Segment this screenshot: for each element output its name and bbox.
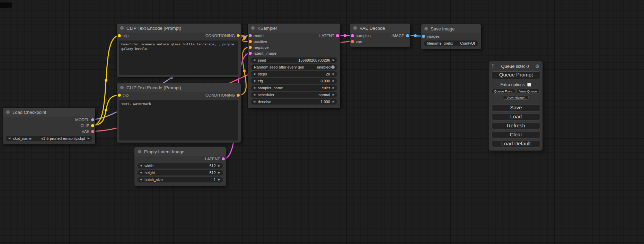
collapse-dot-icon[interactable] — [6, 110, 10, 114]
link-midpoint-dot — [243, 70, 246, 72]
input-socket-images[interactable] — [422, 35, 425, 38]
input-socket-clip[interactable] — [118, 34, 121, 37]
view-history-button[interactable]: View History — [503, 95, 529, 100]
combo-right-arrow-icon[interactable]: ▶ — [333, 87, 335, 89]
output-socket-vae[interactable] — [91, 130, 94, 133]
stepper-left-arrow-icon[interactable]: ◀ — [253, 73, 255, 75]
queue-front-button[interactable]: Queue Front — [492, 89, 515, 93]
node-title-bar[interactable]: VAE Decode — [350, 24, 410, 33]
node-vae-decode[interactable]: VAE Decode samples IMAGE vae — [350, 24, 410, 47]
view-queue-button[interactable]: View Queue — [517, 89, 540, 93]
slot-row: VAE — [3, 128, 95, 134]
stepper-left-arrow-icon[interactable]: ◀ — [140, 164, 142, 167]
stepper-right-arrow-icon[interactable]: ▶ — [333, 80, 335, 82]
node-clip-text-encode-negative[interactable]: CLIP Text Encode (Prompt) clip CONDITION… — [117, 83, 241, 143]
output-socket-image[interactable] — [406, 34, 409, 37]
output-socket-latent[interactable] — [222, 157, 225, 161]
output-socket-latent[interactable] — [336, 34, 339, 37]
filename-prefix-field[interactable]: filename_prefix ComfyUI — [424, 40, 478, 46]
settings-gear-icon[interactable]: ⚙ — [535, 64, 540, 69]
output-socket-conditioning[interactable] — [237, 34, 240, 37]
widget-label: batch_size — [144, 178, 163, 182]
combo-right-arrow-icon[interactable]: ▶ — [88, 137, 90, 140]
stepper-left-arrow-icon[interactable]: ◀ — [253, 100, 255, 103]
node-ksampler[interactable]: KSampler model LATENT positive negative … — [248, 24, 340, 108]
widget-label: denoise — [258, 100, 271, 104]
combo-left-arrow-icon[interactable]: ◀ — [253, 93, 255, 96]
node-title-bar[interactable]: Save Image — [421, 24, 481, 33]
stepper-right-arrow-icon[interactable]: ▶ — [333, 100, 335, 103]
input-socket-positive[interactable] — [249, 40, 252, 43]
random-seed-toggle[interactable]: Random seed after every gen enabled — [251, 64, 337, 70]
slot-row: MODEL — [3, 117, 95, 123]
drag-handle-icon[interactable]: ⠿ — [492, 64, 495, 69]
combo-right-arrow-icon[interactable]: ▶ — [333, 93, 335, 96]
scheduler-combo[interactable]: ◀ scheduler normal ▶ — [251, 92, 337, 98]
input-socket-clip[interactable] — [118, 93, 121, 97]
input-socket-negative[interactable] — [249, 46, 252, 49]
stepper-left-arrow-icon[interactable]: ◀ — [140, 171, 142, 174]
combo-left-arrow-icon[interactable]: ◀ — [8, 137, 10, 140]
collapse-dot-icon[interactable] — [424, 27, 428, 30]
clear-button[interactable]: Clear — [492, 131, 540, 138]
combo-left-arrow-icon[interactable]: ◀ — [253, 87, 255, 89]
stepper-right-arrow-icon[interactable]: ▶ — [218, 178, 220, 181]
node-title-bar[interactable]: Empty Latent Image — [134, 147, 226, 156]
node-empty-latent-image[interactable]: Empty Latent Image LATENT ◀ width 512 ▶ … — [134, 147, 226, 186]
stepper-right-arrow-icon[interactable]: ▶ — [218, 171, 220, 174]
input-socket-vae[interactable] — [351, 40, 354, 43]
widget-label: width — [144, 164, 153, 168]
stepper-left-arrow-icon[interactable]: ◀ — [140, 178, 142, 181]
denoise-stepper[interactable]: ◀ denoise 1.000 ▶ — [251, 99, 337, 105]
node-save-image[interactable]: Save Image images filename_prefix ComfyU… — [421, 24, 481, 49]
extra-options-checkbox[interactable] — [527, 83, 531, 87]
node-clip-text-encode-positive[interactable]: CLIP Text Encode (Prompt) clip CONDITION… — [117, 24, 241, 77]
node-title-bar[interactable]: CLIP Text Encode (Prompt) — [117, 24, 241, 33]
collapse-dot-icon[interactable] — [251, 26, 255, 30]
width-stepper[interactable]: ◀ width 512 ▶ — [138, 163, 223, 169]
node-title-bar[interactable]: KSampler — [248, 24, 340, 33]
queue-prompt-button[interactable]: Queue Prompt — [492, 71, 540, 79]
ckpt-name-combo[interactable]: ◀ ckpt_name v1-5-pruned-emaonly.ckpt ▶ — [6, 136, 92, 141]
collapse-dot-icon[interactable] — [120, 26, 124, 30]
negative-prompt-textarea[interactable]: text, watermark — [119, 100, 238, 141]
slot-row: model LATENT — [248, 33, 340, 38]
save-button[interactable]: Save — [492, 104, 540, 111]
positive-prompt-textarea[interactable]: beautiful scenery nature glass bottle la… — [119, 40, 238, 75]
refresh-button[interactable]: Refresh — [492, 122, 540, 129]
output-socket-clip[interactable] — [91, 124, 94, 127]
node-graph-canvas[interactable]: Load Checkpoint MODEL CLIP VAE ◀ ckpt_na… — [0, 0, 644, 244]
stepper-right-arrow-icon[interactable]: ▶ — [333, 59, 335, 62]
widget-value: ComfyUI — [460, 41, 475, 45]
input-label-images: images — [427, 34, 440, 38]
stepper-right-arrow-icon[interactable]: ▶ — [333, 73, 335, 75]
stepper-left-arrow-icon[interactable]: ◀ — [253, 80, 255, 82]
seed-stepper[interactable]: ◀ seed 156680208700286 ▶ — [251, 57, 337, 63]
input-socket-samples[interactable] — [351, 34, 354, 37]
stepper-left-arrow-icon[interactable]: ◀ — [253, 59, 255, 62]
stepper-right-arrow-icon[interactable]: ▶ — [218, 164, 220, 167]
collapse-dot-icon[interactable] — [120, 86, 124, 89]
output-socket-model[interactable] — [91, 118, 94, 121]
cfg-stepper[interactable]: ◀ cfg 8.000 ▶ — [251, 78, 337, 84]
collapse-dot-icon[interactable] — [138, 150, 141, 153]
height-stepper[interactable]: ◀ height 512 ▶ — [138, 170, 223, 175]
output-socket-conditioning[interactable] — [237, 93, 240, 97]
node-load-checkpoint[interactable]: Load Checkpoint MODEL CLIP VAE ◀ ckpt_na… — [3, 108, 95, 144]
input-label-samples: samples — [356, 34, 371, 38]
load-default-button[interactable]: Load Default — [492, 140, 540, 147]
steps-stepper[interactable]: ◀ steps 20 ▶ — [251, 71, 337, 77]
load-button[interactable]: Load — [492, 113, 540, 120]
sampler-name-combo[interactable]: ◀ sampler_name euler ▶ — [251, 85, 337, 91]
input-label-latent-image: latent_image — [254, 51, 276, 55]
batch-size-stepper[interactable]: ◀ batch_size 1 ▶ — [138, 177, 223, 182]
widget-value: normal — [318, 93, 330, 97]
input-socket-latent-image[interactable] — [249, 52, 252, 55]
node-title-bar[interactable]: CLIP Text Encode (Prompt) — [117, 83, 241, 92]
collapse-dot-icon[interactable] — [353, 26, 357, 30]
input-label-clip: clip — [123, 93, 129, 97]
toggle-dot-icon[interactable] — [331, 65, 335, 69]
input-socket-model[interactable] — [249, 34, 252, 37]
slot-row: samples IMAGE — [350, 33, 410, 38]
node-title-bar[interactable]: Load Checkpoint — [3, 108, 95, 117]
